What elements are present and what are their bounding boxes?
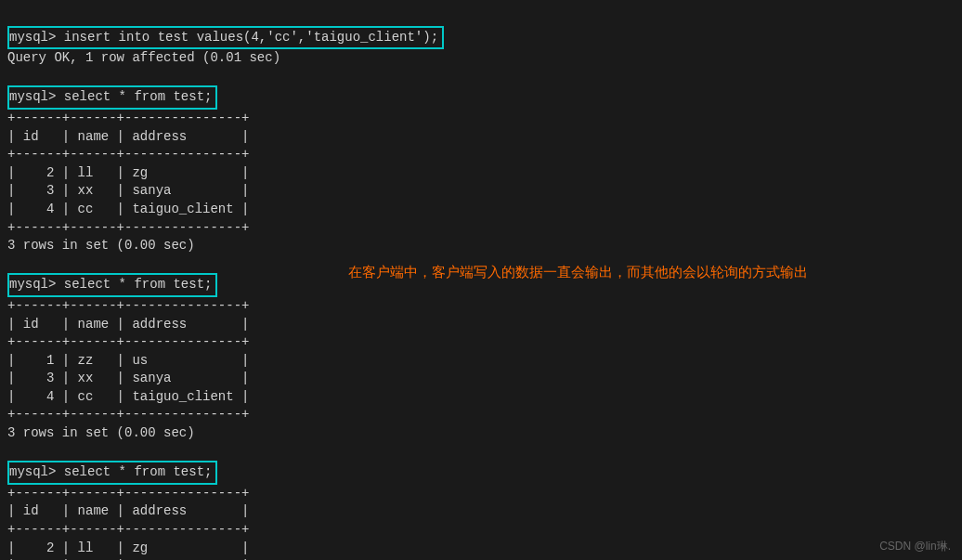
highlight-box-select-1: mysql> select * from test; (7, 85, 217, 110)
table-sep: +------+------+---------------+ (7, 486, 249, 501)
table-row: | 2 | ll | zg | (7, 540, 249, 555)
select-command: select * from test; (64, 277, 213, 292)
table-row: | 3 | xx | sanya | (7, 371, 249, 385)
mysql-prompt: mysql> (9, 277, 64, 292)
mysql-prompt: mysql> (9, 464, 64, 479)
table-header: | id | name | address | (7, 129, 249, 144)
table-row: | 1 | zz | us | (7, 353, 249, 368)
table-header: | id | name | address | (7, 503, 249, 518)
result-footer: 3 rows in set (0.00 sec) (7, 425, 195, 440)
watermark: CSDN @lin琳. (879, 539, 951, 554)
table-sep: +------+------+---------------+ (7, 111, 249, 125)
insert-command: insert into test values(4,'cc','taiguo_c… (64, 30, 438, 45)
table-sep: +------+------+---------------+ (7, 522, 249, 537)
watermark-text: CSDN @lin琳. (879, 540, 951, 553)
annotation-note: 在客户端中，客户端写入的数据一直会输出，而其他的会以轮询的方式输出 (348, 258, 942, 286)
mysql-prompt: mysql> (9, 30, 64, 45)
mysql-prompt: mysql> (9, 89, 64, 104)
table-row: | 4 | cc | taiguo_client | (7, 389, 249, 404)
table-sep: +------+------+---------------+ (7, 298, 249, 313)
highlight-box-select-2: mysql> select * from test; (7, 273, 217, 297)
result-footer: 3 rows in set (0.00 sec) (7, 238, 195, 253)
table-sep: +------+------+---------------+ (7, 220, 249, 235)
table-row: | 3 | xx | sanya | (7, 183, 249, 198)
table-row: | 2 | ll | zg | (7, 165, 249, 180)
select-command: select * from test; (64, 89, 213, 104)
select-command: select * from test; (64, 464, 213, 479)
annotation-text: 在客户端中，客户端写入的数据一直会输出，而其他的会以轮询的方式输出 (348, 264, 808, 280)
table-sep: +------+------+---------------+ (7, 147, 249, 162)
table-row: | 4 | cc | taiguo_client | (7, 202, 249, 216)
table-header: | id | name | address | (7, 317, 249, 332)
highlight-box-select-3: mysql> select * from test; (7, 461, 217, 485)
table-sep: +------+------+---------------+ (7, 334, 249, 349)
table-sep: +------+------+---------------+ (7, 407, 249, 422)
query-ok-line: Query OK, 1 row affected (0.01 sec) (7, 50, 280, 65)
highlight-box-insert: mysql> insert into test values(4,'cc','t… (7, 26, 444, 50)
